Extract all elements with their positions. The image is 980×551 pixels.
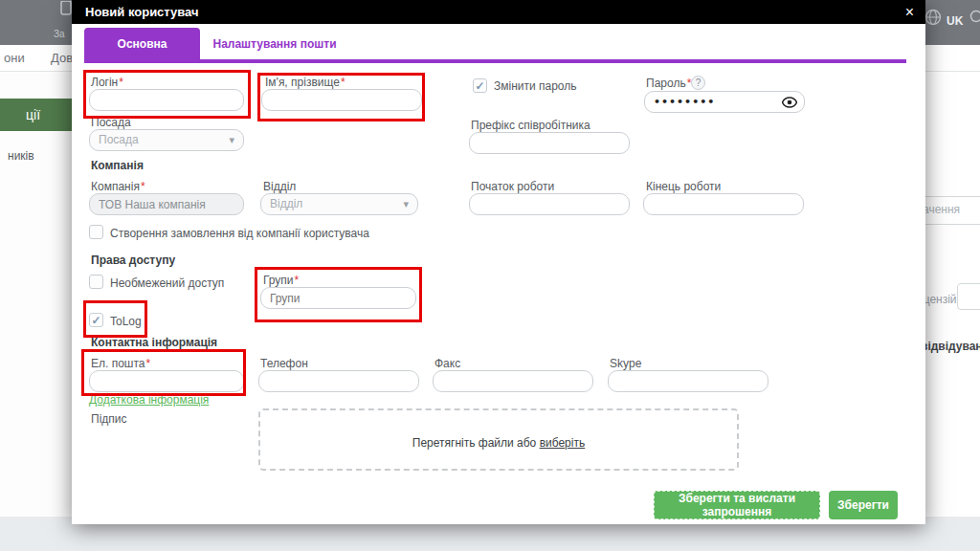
new-user-modal: Новий користувач × Основна інформація На… [72, 0, 925, 524]
help-icon[interactable]: ? [691, 76, 705, 90]
work-end-label: Кінець роботи [646, 180, 721, 193]
email-label-text: Ел. пошта [91, 357, 145, 370]
required-asterisk: * [119, 76, 123, 89]
save-and-invite-button[interactable]: Зберегти та вислати запрошення [654, 491, 820, 519]
change-password-label: Змінити пароль [494, 79, 577, 93]
globe-icon [924, 9, 942, 26]
section-company: Компанія [91, 159, 144, 172]
login-label: Логін* [91, 76, 123, 89]
fax-label: Факс [434, 357, 460, 370]
name-input[interactable] [261, 89, 422, 111]
more-info-link[interactable]: Додаткова інформація [89, 393, 209, 407]
password-label: Пароль* [646, 77, 691, 90]
email-label: Ел. пошта* [91, 357, 150, 370]
tolog-label: ToLog [110, 315, 142, 328]
save-button[interactable]: Зберегти [829, 491, 898, 519]
required-asterisk: * [341, 76, 345, 89]
groups-label: Групи* [263, 274, 299, 287]
menu-item-1[interactable]: они [4, 51, 25, 65]
position-label: Посада [91, 116, 131, 129]
create-order-checkbox[interactable] [89, 225, 103, 239]
fax-input[interactable] [433, 370, 593, 392]
section-access: Права доступу [91, 253, 175, 267]
caret-down-icon: ▾ [403, 198, 409, 210]
create-order-label: Створення замовлення від компанії корист… [110, 227, 369, 240]
password-input[interactable] [644, 91, 805, 113]
sidebar-item-active[interactable]: ції [0, 99, 72, 131]
topbar-caption: За [54, 29, 65, 39]
change-password-checkbox[interactable]: ✓ [473, 78, 487, 93]
company-label: Компанія* [91, 180, 145, 193]
password-field-wrap [644, 91, 805, 113]
groups-label-text: Групи [263, 274, 294, 287]
phone-icon [60, 1, 72, 15]
language-selector[interactable]: UK [947, 14, 963, 28]
modal-header: Новий користувач × [72, 0, 925, 24]
caret-down-icon: ▾ [229, 134, 234, 146]
department-placeholder: Відділ [270, 197, 302, 210]
work-end-input[interactable] [643, 193, 804, 215]
close-icon[interactable]: × [905, 0, 914, 24]
file-dropzone[interactable]: Перетягніть файли або виберіть [258, 408, 739, 471]
background-input-fragment-2 [957, 283, 980, 310]
company-input[interactable] [89, 193, 244, 215]
unlimited-access-label: Необмежений доступ [110, 276, 224, 290]
prefix-input[interactable] [469, 132, 630, 154]
email-input[interactable] [89, 370, 244, 392]
department-dropdown[interactable]: Відділ▾ [260, 193, 418, 215]
tab-main-info[interactable]: Основна інформація [84, 28, 200, 60]
login-input[interactable] [89, 89, 244, 111]
login-label-text: Логін [91, 76, 118, 89]
password-label-text: Пароль [646, 77, 686, 90]
background-text-fragment-2: іцензій: [921, 293, 960, 306]
required-asterisk: * [141, 180, 145, 193]
dropzone-text: Перетягніть файли або виберіть [260, 436, 737, 450]
phone-input[interactable] [258, 370, 419, 392]
right-content-fragment [925, 72, 980, 551]
position-dropdown[interactable]: Посада▾ [89, 129, 244, 151]
dropzone-choose-link[interactable]: виберіть [540, 436, 586, 450]
background-text-fragment-1: ачення [923, 203, 960, 216]
left-sidebar [0, 72, 72, 517]
signature-label: Підпис [91, 412, 127, 426]
unlimited-access-checkbox[interactable] [89, 275, 103, 289]
name-label: Ім'я, прізвище* [265, 76, 345, 89]
skype-label: Skype [610, 357, 641, 370]
sidebar-item-secondary[interactable]: ників [8, 149, 34, 163]
section-contact: Контактна інформація [91, 336, 217, 349]
required-asterisk: * [295, 274, 300, 287]
tab-underline [84, 59, 906, 63]
prefix-label: Префікс співробітника [471, 119, 590, 132]
required-asterisk: * [146, 357, 151, 370]
name-label-text: Ім'я, прізвище [265, 76, 340, 89]
dropzone-text-prefix: Перетягніть файли або [412, 436, 540, 450]
work-start-input[interactable] [469, 193, 630, 215]
position-placeholder: Посада [99, 133, 139, 146]
eye-icon[interactable] [782, 97, 797, 108]
tolog-checkbox[interactable]: ✓ [89, 313, 103, 327]
background-text-fragment-3: відвідувань [921, 340, 980, 353]
tab-mail-settings[interactable]: Налаштування пошти [212, 28, 337, 60]
company-label-text: Компанія [91, 180, 140, 193]
groups-input[interactable] [260, 287, 416, 309]
skype-input[interactable] [608, 370, 768, 392]
search-icon[interactable] [969, 10, 980, 25]
modal-title: Новий користувач [85, 0, 199, 24]
department-label: Відділ [263, 180, 296, 193]
phone-label: Телефон [260, 357, 308, 370]
work-start-label: Початок роботи [471, 180, 554, 193]
